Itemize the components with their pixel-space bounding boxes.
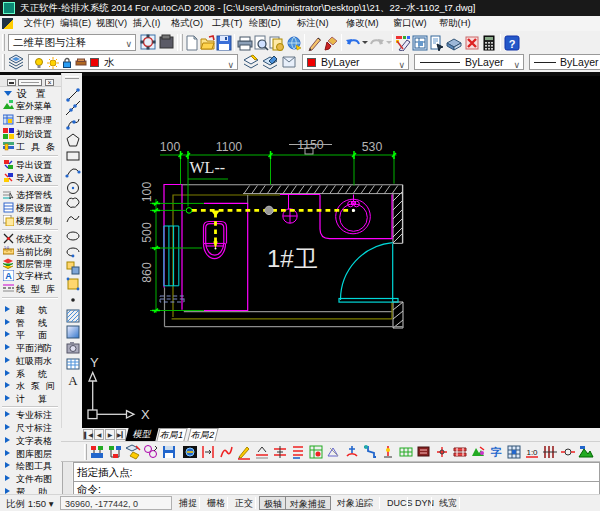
svg-text:Y: Y: [90, 355, 99, 370]
svg-text:1:0: 1:0: [4, 246, 9, 250]
svg-text:A: A: [68, 373, 78, 388]
svg-text:?: ?: [509, 38, 516, 50]
svg-text:100: 100: [160, 140, 181, 154]
svg-text:500: 500: [140, 222, 154, 243]
svg-text:字: 字: [491, 446, 502, 458]
svg-text:530: 530: [362, 140, 383, 154]
svg-text:860: 860: [140, 262, 154, 283]
svg-text:A: A: [5, 271, 12, 281]
svg-text:1#卫: 1#卫: [267, 245, 318, 272]
svg-text:WL--: WL--: [190, 159, 226, 176]
svg-text:X: X: [141, 407, 150, 422]
svg-text:100: 100: [140, 182, 154, 203]
svg-text:1100: 1100: [216, 140, 243, 154]
svg-text:1:0: 1:0: [526, 448, 538, 457]
